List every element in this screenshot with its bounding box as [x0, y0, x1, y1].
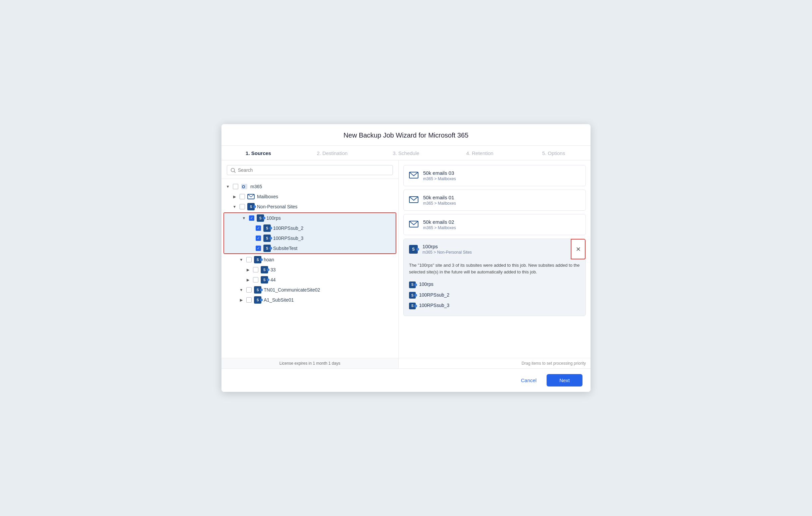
card-100rps-description: The "100rps" site and 3 of its subsites … — [409, 262, 580, 275]
checkbox-nonpersonal[interactable] — [239, 204, 245, 209]
checkbox-tn01[interactable] — [246, 287, 252, 292]
tree-item-mailboxes[interactable]: ▶ Mailboxes — [222, 192, 398, 202]
chevron-down-icon-100rps: ▼ — [241, 215, 247, 221]
card-info-emails03: 50k emails 03 m365 > Mailboxes — [423, 170, 456, 181]
subitem-100rpssub2: S 100RPSsub_2 — [409, 290, 580, 300]
sp-icon-100rpssub3: S — [263, 235, 271, 241]
sp-icon-a1subsite: S — [254, 296, 262, 303]
step-destination[interactable]: 2. Destination — [295, 150, 369, 156]
card-subtitle-emails01: m365 > Mailboxes — [423, 201, 456, 206]
card-subtitle-emails02: m365 > Mailboxes — [423, 226, 456, 230]
tree-item-m365[interactable]: ▼ O m365 — [222, 181, 398, 192]
chevron-right-icon-a1: ▶ — [238, 297, 244, 303]
next-button[interactable]: Next — [547, 374, 582, 386]
step-schedule[interactable]: 3. Schedule — [369, 150, 443, 156]
tree-item-100rpssub3[interactable]: ▶ S 100RPSsub_3 — [224, 233, 396, 243]
tree-item-100rpssub2[interactable]: ▶ S 100RPSsub_2 — [224, 223, 396, 233]
drag-hint: Drag items to set processing priority — [399, 358, 590, 368]
tree-item-44[interactable]: ▶ S 44 — [222, 275, 398, 285]
tree-item-tn01[interactable]: ▼ S TN01_CommunicateSite02 — [222, 285, 398, 295]
checkbox-m365[interactable] — [233, 184, 238, 189]
tree-item-a1subsite[interactable]: ▶ S A1_SubSite01 — [222, 295, 398, 305]
chevron-down-icon-nonpersonal: ▼ — [232, 204, 237, 210]
label-100rpssub2: 100RPSsub_2 — [273, 226, 303, 231]
label-a1subsite: A1_SubSite01 — [264, 297, 294, 303]
checkbox-subsitetest[interactable] — [256, 246, 261, 251]
card-100rps-header: S 100rps m365 > Non-Personal Sites ✕ — [404, 239, 585, 259]
sp-icon-card-100rps: S — [409, 245, 418, 254]
card-emails01[interactable]: 50k emails 01 m365 > Mailboxes — [403, 190, 586, 211]
checkbox-hoan[interactable] — [246, 257, 252, 262]
checkbox-a1subsite[interactable] — [246, 297, 252, 303]
card-emails03[interactable]: 50k emails 03 m365 > Mailboxes — [403, 165, 586, 186]
card-emails02[interactable]: 50k emails 02 m365 > Mailboxes — [403, 214, 586, 235]
label-hoan: hoan — [264, 257, 274, 262]
right-panel: 50k emails 03 m365 > Mailboxes 50k email… — [399, 161, 590, 368]
tree-container: ▼ O m365 ▶ — [222, 179, 398, 358]
chevron-down-icon: ▼ — [225, 183, 231, 190]
chevron-right-icon: ▶ — [232, 194, 237, 200]
label-tn01: TN01_CommunicateSite02 — [264, 287, 320, 292]
tree-item-nonpersonal[interactable]: ▼ S Non-Personal Sites — [222, 202, 398, 212]
checkbox-33[interactable] — [253, 267, 258, 273]
checkbox-44[interactable] — [253, 277, 258, 283]
sp-icon-100rpssub2: S — [263, 225, 271, 231]
sp-icon-subitem-100rpssub3: S — [409, 302, 416, 309]
card-info-emails01: 50k emails 01 m365 > Mailboxes — [423, 195, 456, 206]
mailbox-icon-emails01 — [409, 196, 418, 205]
sp-icon-subsitetest: S — [263, 245, 271, 252]
step-options[interactable]: 5. Options — [517, 150, 590, 156]
search-icon — [231, 168, 236, 173]
label-44: 44 — [270, 277, 276, 283]
checkbox-mailboxes[interactable] — [239, 194, 245, 199]
right-content: 50k emails 03 m365 > Mailboxes 50k email… — [399, 161, 590, 358]
card-100rps-body: The "100rps" site and 3 of its subsites … — [404, 259, 585, 316]
tree-item-subsitetest[interactable]: ▶ S SubsiteTest — [224, 243, 396, 253]
label-subsitetest: SubsiteTest — [273, 246, 297, 251]
card-100rps-expanded: S 100rps m365 > Non-Personal Sites ✕ The… — [403, 238, 586, 316]
checkbox-100rpssub2[interactable] — [256, 226, 261, 231]
wizard-dialog: New Backup Job Wizard for Microsoft 365 … — [222, 124, 590, 392]
sp-icon-44: S — [260, 277, 268, 283]
chevron-down-icon-tn01: ▼ — [238, 287, 244, 293]
checkbox-100rpssub3[interactable] — [256, 235, 261, 241]
card-subtitle-emails03: m365 > Mailboxes — [423, 176, 456, 181]
sp-icon-hoan: S — [254, 256, 262, 263]
cancel-button[interactable]: Cancel — [515, 375, 543, 386]
step-retention[interactable]: 4. Retention — [443, 150, 517, 156]
red-border-group: ▼ S 100rps ▶ S 100RPSsub_ — [224, 212, 396, 254]
checkbox-100rps[interactable] — [249, 216, 254, 221]
tree-item-hoan[interactable]: ▼ S hoan — [222, 255, 398, 265]
label-100rpssub3: 100RPSsub_3 — [273, 235, 303, 241]
chevron-right-icon-33: ▶ — [245, 267, 251, 273]
tree-item-33[interactable]: ▶ S 33 — [222, 265, 398, 275]
label-nonpersonal: Non-Personal Sites — [257, 204, 298, 209]
step-sources[interactable]: 1. Sources — [222, 150, 295, 156]
label-m365: m365 — [250, 184, 262, 189]
office-icon: O — [240, 183, 248, 190]
card-title-100rps: 100rps — [423, 243, 472, 249]
chevron-right-icon-44: ▶ — [245, 277, 251, 283]
dialog-title: New Backup Job Wizard for Microsoft 365 — [222, 124, 590, 146]
subitem-label-100rpssub2: 100RPSsub_2 — [419, 291, 449, 298]
card-info-emails02: 50k emails 02 m365 > Mailboxes — [423, 219, 456, 230]
search-input-wrap[interactable] — [227, 165, 393, 175]
status-bar-left: License expires in 1 month 1 days — [222, 358, 398, 368]
sp-icon-100rps: S — [256, 215, 264, 222]
dialog-footer: Cancel Next — [222, 368, 590, 392]
remove-100rps-button[interactable]: ✕ — [571, 239, 585, 259]
search-input[interactable] — [238, 167, 389, 173]
subitem-label-100rpssub3: 100RPSsub_3 — [419, 302, 449, 309]
subitem-100rpssub3: S 100RPSsub_3 — [409, 300, 580, 311]
tree-item-100rps[interactable]: ▼ S 100rps — [224, 213, 396, 223]
mailbox-icon-emails02 — [409, 221, 418, 229]
card-title-emails01: 50k emails 01 — [423, 195, 456, 200]
chevron-down-icon-hoan: ▼ — [238, 257, 244, 263]
sp-icon-nonpersonal: S — [247, 203, 255, 210]
wizard-steps: 1. Sources 2. Destination 3. Schedule 4.… — [222, 146, 590, 161]
subitem-100rps: S 100rps — [409, 279, 580, 290]
left-panel: ▼ O m365 ▶ — [222, 161, 399, 368]
card-title-emails02: 50k emails 02 — [423, 219, 456, 225]
subitem-label-100rps: 100rps — [419, 281, 434, 288]
card-subtitle-100rps: m365 > Non-Personal Sites — [423, 250, 472, 255]
